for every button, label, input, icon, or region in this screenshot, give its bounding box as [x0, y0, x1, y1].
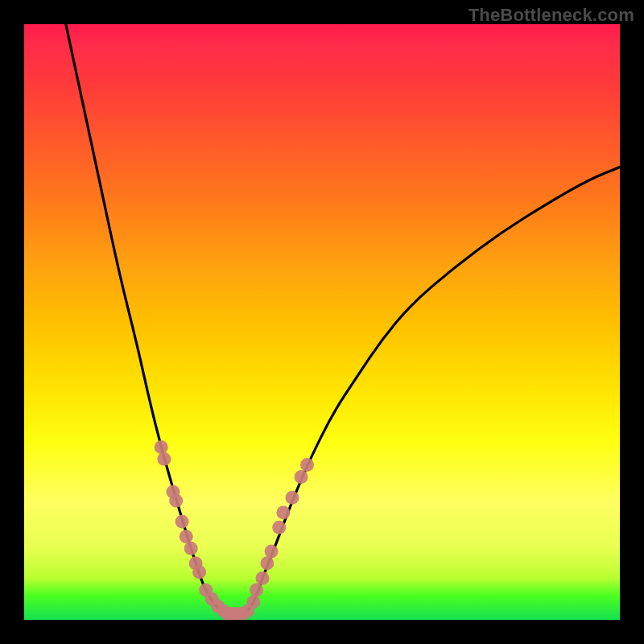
- line-left: [66, 24, 227, 614]
- curves-svg: [24, 24, 620, 620]
- data-marker: [265, 544, 279, 558]
- data-marker: [180, 530, 193, 543]
- data-marker: [286, 491, 299, 505]
- data-marker: [184, 542, 198, 555]
- data-marker: [175, 514, 189, 528]
- data-marker: [256, 572, 270, 585]
- data-marker: [157, 452, 171, 466]
- data-marker: [246, 595, 260, 609]
- data-marker: [260, 556, 274, 570]
- watermark-text: TheBottleneck.com: [469, 5, 634, 26]
- data-marker: [272, 521, 286, 535]
- line-right: [245, 167, 620, 614]
- data-marker: [276, 506, 290, 519]
- chart-outer-frame: TheBottleneck.com: [0, 0, 644, 644]
- markers-valley: [221, 607, 250, 620]
- plot-area: [24, 24, 620, 620]
- data-marker: [192, 565, 206, 579]
- data-marker: [155, 440, 168, 454]
- data-marker: [250, 584, 263, 597]
- data-marker: [300, 458, 314, 472]
- data-marker: [295, 470, 308, 484]
- data-marker: [169, 494, 183, 508]
